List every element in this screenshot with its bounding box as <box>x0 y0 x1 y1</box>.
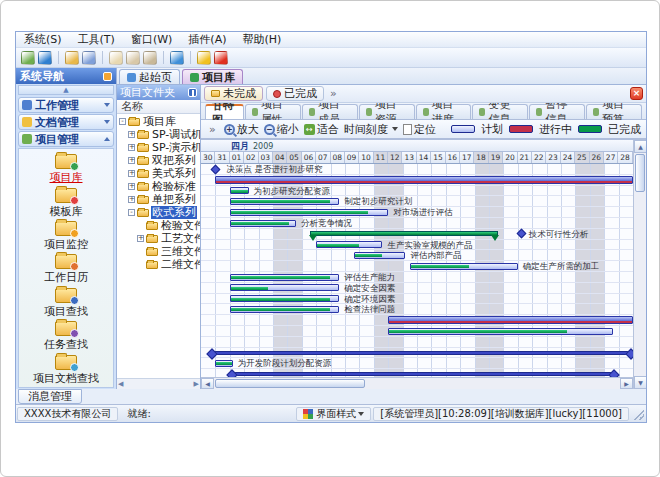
summary-bar[interactable] <box>230 372 616 376</box>
tree-item[interactable]: +SP-调试机系列 <box>117 128 200 141</box>
expand-icon[interactable]: + <box>128 157 135 164</box>
scroll-right-icon[interactable]: ▶ <box>194 380 199 388</box>
task-bar[interactable] <box>230 295 339 302</box>
sidebar-group[interactable]: 项目管理 <box>18 131 114 147</box>
exit-icon[interactable] <box>214 51 228 65</box>
task-bar[interactable] <box>230 220 296 227</box>
sidebar-item-entry[interactable]: 项目文档查找 <box>21 354 111 387</box>
view-tab[interactable]: 已完成 <box>266 86 324 101</box>
gantt-tab[interactable]: 项目成员 <box>302 104 358 119</box>
message-manager-tab[interactable]: 消息管理 <box>18 389 82 404</box>
gantt-tab[interactable]: 项目进度 <box>416 104 472 119</box>
resize-grip[interactable] <box>632 408 644 420</box>
task-bar[interactable] <box>230 274 339 281</box>
document-tab[interactable]: 项目库 <box>182 69 243 84</box>
sidebar-group[interactable]: 工作管理 <box>18 97 114 113</box>
gantt-tab[interactable]: 项目资源 <box>359 104 415 119</box>
task-bar[interactable] <box>230 187 249 194</box>
gantt-tab[interactable]: 变更信息 <box>472 104 528 119</box>
menu-item[interactable]: 系统(S) <box>24 32 62 47</box>
zoom-out-button[interactable]: −缩小 <box>264 122 299 137</box>
pin-icon[interactable] <box>188 88 197 97</box>
task-bar[interactable] <box>410 263 518 270</box>
task-bar[interactable] <box>354 252 406 259</box>
tree-item[interactable]: 检验文件 <box>117 219 200 232</box>
hscroll-thumb[interactable] <box>215 379 365 388</box>
view-tabs-overflow[interactable]: » <box>327 87 340 100</box>
system-icon[interactable] <box>21 51 35 65</box>
menu-item[interactable]: 帮助(H) <box>242 32 281 47</box>
locate-button[interactable]: 定位 <box>403 122 436 137</box>
task-bar[interactable] <box>230 209 388 216</box>
task-bar[interactable] <box>388 328 613 335</box>
gantt-tab[interactable]: 项目预算 <box>586 104 642 119</box>
scroll-left-icon[interactable]: ◀ <box>118 380 123 388</box>
document-tab[interactable]: 起始页 <box>119 69 180 84</box>
summary-progress-bar[interactable] <box>215 176 633 184</box>
expand-icon[interactable]: + <box>128 183 135 190</box>
tree-item[interactable]: -项目库 <box>117 115 200 128</box>
menu-item[interactable]: 工具(T) <box>78 32 115 47</box>
network-globe-icon[interactable] <box>38 51 52 65</box>
tree-item[interactable]: +检验标准 <box>117 180 200 193</box>
menu-item[interactable]: 插件(A) <box>188 32 226 47</box>
tree-item[interactable]: 三维文件 <box>117 245 200 258</box>
scroll-down-icon[interactable]: ▼ <box>634 376 646 389</box>
task-bar[interactable] <box>215 360 232 367</box>
sidebar-item-entry[interactable]: 模板库 <box>21 186 111 219</box>
tree-item[interactable]: 二维文件 <box>117 258 200 271</box>
zoom-in-button[interactable]: +放大 <box>224 122 259 137</box>
toolbar-overflow-chevron[interactable]: » <box>206 123 219 136</box>
summary-progress-bar[interactable] <box>388 316 633 324</box>
tree-item[interactable]: +工艺文件 <box>117 232 200 245</box>
mail-icon[interactable] <box>109 51 123 65</box>
time-scale-button[interactable]: 时间刻度 <box>344 122 398 137</box>
tree-item[interactable]: +单把系列 <box>117 193 200 206</box>
window-layout-icon[interactable] <box>82 51 96 65</box>
view-tab[interactable]: 未完成 <box>204 86 263 101</box>
style-button[interactable]: 界面样式 <box>296 407 371 421</box>
sidebar-window-icon[interactable] <box>103 72 112 81</box>
tree-hscrollbar[interactable]: ◀▶ <box>117 378 200 389</box>
menu-item[interactable]: 窗口(W) <box>131 32 172 47</box>
scroll-left-icon[interactable]: ◀ <box>201 378 214 389</box>
vscroll-thumb[interactable] <box>635 154 645 192</box>
phase-bracket[interactable] <box>310 231 497 236</box>
contacts-icon[interactable] <box>143 51 157 65</box>
sidebar-item-entry[interactable]: 项目查找 <box>21 287 111 320</box>
scroll-right-icon[interactable]: ▶ <box>620 378 633 389</box>
expand-icon[interactable]: + <box>128 144 135 151</box>
task-bar[interactable] <box>230 198 339 205</box>
gantt-hscrollbar[interactable]: ◀ ▶ <box>201 377 633 389</box>
summary-bar[interactable] <box>210 351 633 355</box>
expand-icon[interactable]: + <box>137 235 144 242</box>
task-bar[interactable] <box>230 306 339 313</box>
expand-icon[interactable]: + <box>128 131 135 138</box>
close-icon[interactable]: × <box>630 87 643 100</box>
sidebar-item-selected[interactable]: 项目库 <box>21 153 111 186</box>
tree-item[interactable]: -欧式系列 <box>117 206 200 219</box>
tree-item[interactable]: +SP-演示机系列 <box>117 141 200 154</box>
tree-item[interactable]: +美式系列 <box>117 167 200 180</box>
collapse-icon[interactable]: - <box>119 118 126 125</box>
sidebar-group[interactable]: 文档管理 <box>18 114 114 130</box>
gantt-tab[interactable]: 甘特图 <box>205 104 244 119</box>
fit-button[interactable]: ↔适合 <box>304 122 339 137</box>
lock-icon[interactable] <box>197 51 211 65</box>
sidebar-collapse-strip[interactable]: ▲ <box>18 85 114 95</box>
expand-icon[interactable]: + <box>128 170 135 177</box>
sidebar-item-entry[interactable]: 工作日历 <box>21 253 111 286</box>
tree-item[interactable]: +双把系列 <box>117 154 200 167</box>
sidebar-item-entry[interactable]: 任务查找 <box>21 320 111 353</box>
expand-icon[interactable]: + <box>128 196 135 203</box>
scroll-up-icon[interactable]: ▲ <box>634 140 646 153</box>
task-bar[interactable] <box>316 241 382 248</box>
gantt-vscrollbar[interactable]: ▲ ▼ <box>633 140 646 389</box>
task-bar[interactable] <box>230 284 339 291</box>
schedule-icon[interactable] <box>126 51 140 65</box>
gantt-tab[interactable]: 暂停信息 <box>529 104 585 119</box>
gantt-tab[interactable]: 项目属性 <box>245 104 301 119</box>
open-folder-icon[interactable] <box>65 51 79 65</box>
collapse-icon[interactable]: - <box>128 209 135 216</box>
help-icon[interactable] <box>170 51 184 65</box>
